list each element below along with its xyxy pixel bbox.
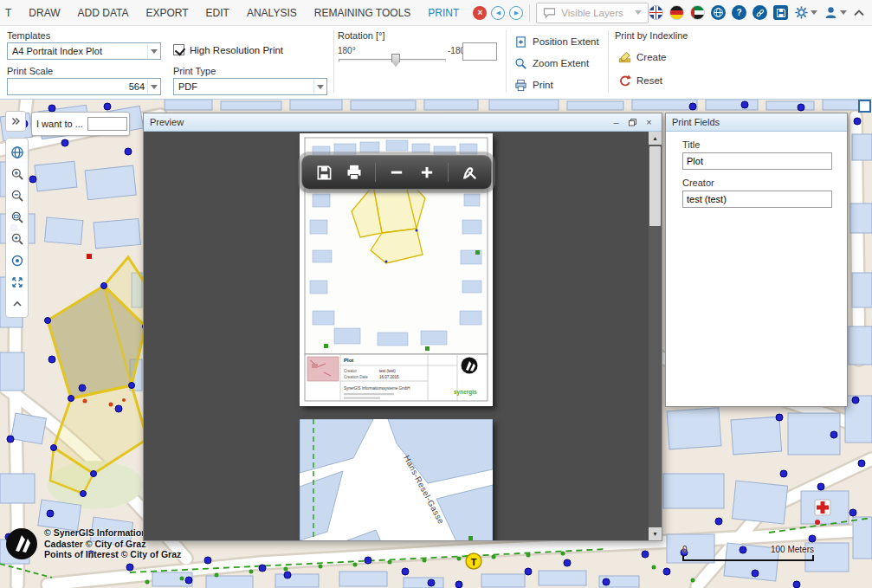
i-want-to-label: I want to ... xyxy=(36,119,83,129)
print-type-select[interactable]: PDF xyxy=(173,78,327,95)
history-back-icon[interactable]: ◀ xyxy=(491,6,505,20)
position-extent-button[interactable]: Position Extent xyxy=(514,33,599,50)
menu-tabs: T DRAW ADD DATA EXPORT EDIT ANALYSIS REM… xyxy=(5,7,459,19)
t-marker[interactable]: T xyxy=(466,553,481,569)
zoom-extent-button[interactable]: Zoom Extent xyxy=(514,55,589,72)
preview-save-button[interactable] xyxy=(314,163,333,182)
chevron-down-icon xyxy=(840,10,847,15)
tab-add-data[interactable]: ADD DATA xyxy=(78,7,129,19)
i-want-to-input[interactable] xyxy=(87,117,127,131)
page1-date-value: 16.07.2015 xyxy=(379,375,399,379)
rotation-label: Rotation [°] xyxy=(338,30,385,41)
settings-dropdown[interactable] xyxy=(794,5,817,20)
rotation-slider-handle[interactable] xyxy=(391,54,400,67)
indexline-create-button[interactable]: Create xyxy=(618,48,667,66)
menubar-separator xyxy=(529,4,530,22)
dropdown-arrow xyxy=(313,79,326,94)
link-icon[interactable] xyxy=(753,5,767,20)
close-tool-icon[interactable]: × xyxy=(473,6,487,20)
locate-icon xyxy=(10,254,24,268)
preview-zoom-in-button[interactable] xyxy=(417,163,436,182)
visible-layers-dropdown[interactable]: Visible Layers xyxy=(536,3,649,23)
zoom-extent-icon xyxy=(514,57,527,70)
world-icon[interactable] xyxy=(711,5,726,20)
help-icon[interactable]: ? xyxy=(732,5,746,20)
zoom-box-button[interactable] xyxy=(6,206,28,228)
flag-ae-icon[interactable] xyxy=(690,5,705,20)
preview-pdf-button[interactable] xyxy=(460,163,479,182)
indexline-reset-button[interactable]: Reset xyxy=(618,72,662,89)
tab-print[interactable]: PRINT xyxy=(428,7,459,19)
zoom-extent-label: Zoom Extent xyxy=(533,58,589,68)
user-dropdown[interactable] xyxy=(824,5,847,20)
scrollbar-thumb[interactable] xyxy=(649,146,661,226)
collapse-toolbar-button[interactable] xyxy=(6,293,28,314)
flag-de-icon[interactable] xyxy=(669,5,684,20)
zoom-in-button[interactable] xyxy=(6,163,28,184)
preview-zoom-out-button[interactable] xyxy=(387,163,406,182)
position-extent-label: Position Extent xyxy=(533,36,599,47)
indexline-create-label: Create xyxy=(636,52,667,62)
flag-uk-icon[interactable] xyxy=(649,5,663,20)
ribbon-separator xyxy=(506,30,507,93)
chevron-up-icon xyxy=(10,297,24,311)
tab-edit[interactable]: EDIT xyxy=(206,7,229,19)
save-icon xyxy=(316,165,333,181)
minimize-button[interactable]: – xyxy=(610,116,623,128)
chevron-down-icon xyxy=(151,85,158,89)
save-icon[interactable] xyxy=(773,5,788,20)
print-by-indexline-label: Print by Indexline xyxy=(615,30,688,41)
print-scale-select[interactable]: 564 xyxy=(7,78,161,95)
scroll-down-icon[interactable]: ▼ xyxy=(649,527,662,540)
zoom-selection-button[interactable] xyxy=(6,228,28,249)
i-want-to-widget[interactable]: I want to ... xyxy=(31,112,130,136)
history-forward-icon[interactable]: ▶ xyxy=(509,6,523,20)
tab-export[interactable]: EXPORT xyxy=(145,7,188,19)
tab-analysis[interactable]: ANALYSIS xyxy=(247,7,297,19)
creator-field-input[interactable] xyxy=(682,191,832,208)
locate-button[interactable] xyxy=(6,249,28,271)
preview-print-button[interactable] xyxy=(345,163,364,182)
map-area: T I want to ... xyxy=(0,100,872,588)
preview-titlebar[interactable]: Preview – × xyxy=(144,113,662,132)
toolbar-separator xyxy=(375,163,376,182)
preview-scrollbar[interactable]: ▲ ▼ xyxy=(649,132,662,540)
full-extent-button[interactable] xyxy=(6,271,28,293)
scroll-up-icon[interactable]: ▲ xyxy=(649,132,662,145)
chain-glyph-icon xyxy=(754,7,766,19)
print-fields-window: Print Fields Title Creator xyxy=(665,113,848,407)
chevron-down-icon xyxy=(635,10,642,15)
restore-button[interactable] xyxy=(626,116,639,128)
position-extent-icon xyxy=(514,36,527,48)
print-type-value: PDF xyxy=(178,81,313,92)
templates-select[interactable]: A4 Portrait Index Plot xyxy=(7,42,161,60)
checkbox-checked-icon xyxy=(173,44,184,55)
scalebar-bar xyxy=(682,555,814,561)
title-field-input[interactable] xyxy=(682,152,832,170)
close-button[interactable]: × xyxy=(643,116,656,128)
rotation-input[interactable] xyxy=(462,42,497,61)
print-type-label: Print Type xyxy=(173,66,216,76)
preview-toolbar xyxy=(301,155,492,190)
zoom-out-button[interactable] xyxy=(6,184,28,206)
panel-expander-button[interactable] xyxy=(5,111,26,132)
menubar-nav-icons: × ◀ ▶ xyxy=(473,6,523,20)
tab-partial[interactable]: T xyxy=(5,7,11,19)
synergis-logo xyxy=(5,527,38,560)
menubar-right-icons: ? xyxy=(649,5,865,20)
tab-remaining-tools[interactable]: REMAINING TOOLS xyxy=(314,7,411,19)
globe-icon xyxy=(10,145,24,159)
page1-creator-label: Creator xyxy=(344,369,358,373)
plus-icon xyxy=(419,165,435,180)
tab-draw[interactable]: DRAW xyxy=(29,7,60,19)
high-resolution-checkbox[interactable]: High Resolution Print xyxy=(173,44,283,55)
ribbon-separator xyxy=(333,30,334,93)
page1-date-label: Creation Date xyxy=(344,375,368,379)
right-panel-toggle[interactable] xyxy=(858,100,871,113)
preview-content: Plot Creator test (test) Creation Date 1… xyxy=(144,132,662,540)
print-fields-titlebar[interactable]: Print Fields xyxy=(666,113,847,132)
overview-map-button[interactable] xyxy=(6,141,28,163)
globe-glyph-icon xyxy=(713,7,724,18)
collapse-ribbon-icon[interactable] xyxy=(853,9,865,17)
print-button[interactable]: Print xyxy=(514,76,553,94)
